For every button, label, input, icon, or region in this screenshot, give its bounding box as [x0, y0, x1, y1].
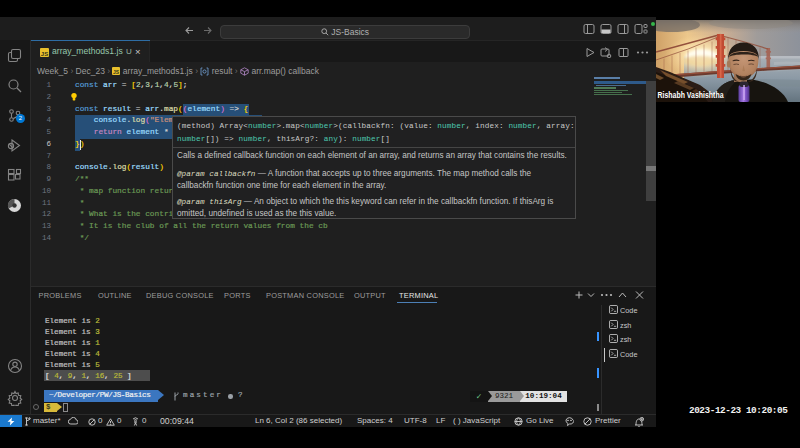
svg-text:Rishabh Vashishtha: Rishabh Vashishtha: [658, 90, 724, 100]
svg-text:JS: JS: [41, 51, 48, 57]
